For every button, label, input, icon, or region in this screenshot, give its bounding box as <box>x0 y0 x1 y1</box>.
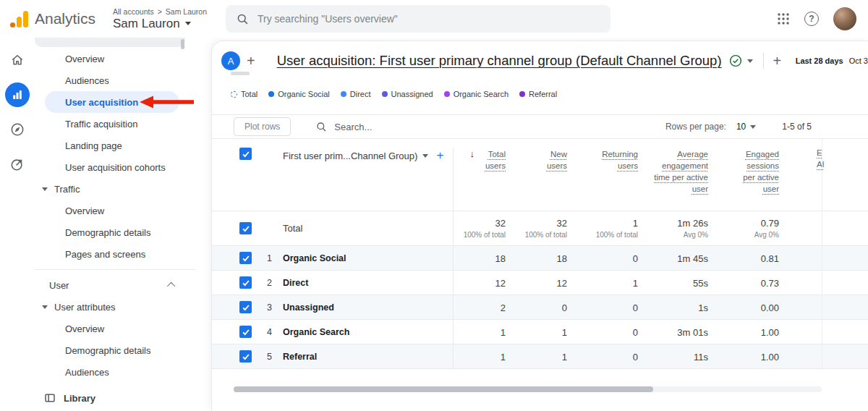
total-cell: 1m 26sAvg 0% <box>638 218 708 239</box>
column-header-engaged-sessions[interactable]: Engaged sessions per active user <box>708 148 779 195</box>
dimension-selector[interactable]: First user prim...Channel Group) <box>283 151 417 161</box>
table-total-row: Total 32100% of total 32100% of total 11… <box>212 211 868 246</box>
date-range-label: Last 28 days <box>796 56 843 65</box>
add-comparison-button[interactable]: + <box>247 53 255 69</box>
legend-item-total[interactable]: Total <box>231 90 258 98</box>
sort-descending-icon[interactable]: ↓ <box>470 148 475 160</box>
scrollbar-thumb[interactable] <box>234 386 653 392</box>
date-range-picker[interactable]: Last 28 days Oct 3 <box>788 56 868 65</box>
check-icon <box>242 303 250 312</box>
row-checkbox[interactable] <box>239 276 252 289</box>
nav-reports-button[interactable] <box>5 82 30 107</box>
chevron-up-icon[interactable] <box>167 282 175 290</box>
legend-item-direct[interactable]: Direct <box>341 90 371 98</box>
row-checkbox[interactable] <box>239 222 252 234</box>
sidebar-item-user-overview[interactable]: Overview <box>35 318 195 339</box>
sidebar-section-user[interactable]: User <box>35 274 195 296</box>
sidebar-scrollbar[interactable] <box>181 39 184 49</box>
cell: 3m 01s <box>638 326 708 339</box>
sidebar-item-user-acquisition[interactable]: User acquisition <box>45 91 179 113</box>
select-all-checkbox[interactable] <box>239 148 252 160</box>
account-dropdown-icon[interactable] <box>185 22 191 25</box>
comparison-chip[interactable]: A <box>221 51 240 70</box>
sidebar-item-user-audiences[interactable]: Audiences <box>35 361 195 383</box>
legend-item-organic-social[interactable]: Organic Social <box>268 90 330 98</box>
add-dimension-button[interactable]: + <box>436 148 443 163</box>
horizontal-scrollbar[interactable] <box>234 386 822 392</box>
row-metrics: 1 1 0 3m 01s 1.00 <box>453 320 779 344</box>
nav-advertising-button[interactable] <box>5 152 30 177</box>
global-search[interactable] <box>226 5 610 33</box>
rows-per-page-value[interactable]: 10 <box>736 122 746 132</box>
breadcrumb-root[interactable]: All accounts <box>113 7 154 16</box>
rows-per-page-dropdown-icon[interactable] <box>750 125 756 129</box>
plot-rows-button[interactable]: Plot rows <box>234 117 291 136</box>
check-icon <box>242 352 250 361</box>
total-label: Total <box>278 223 453 234</box>
date-range-start: Oct 3 <box>849 56 868 65</box>
sidebar-item-pages-and-screens[interactable]: Pages and screens <box>35 243 195 265</box>
sidebar-item-demographic-details[interactable]: Demographic details <box>35 221 195 243</box>
cell: 1 <box>454 350 506 363</box>
bar-chart-icon <box>12 89 23 101</box>
row-checkbox[interactable] <box>239 252 252 264</box>
sidebar-item-label: User acquisition <box>65 97 138 108</box>
sidebar-item-library[interactable]: Library <box>35 387 195 409</box>
help-glyph: ? <box>809 14 814 24</box>
user-avatar[interactable] <box>833 7 856 30</box>
sidebar-item-label: Audiences <box>65 367 109 378</box>
table-search-input[interactable] <box>334 122 414 132</box>
sidebar-item-traffic-acquisition[interactable]: Traffic acquisition <box>35 113 195 135</box>
row-checkbox[interactable] <box>239 301 252 313</box>
legend-item-referral[interactable]: Referral <box>519 90 557 98</box>
column-header-returning-users[interactable]: Returning users <box>567 148 638 171</box>
cell: 1s <box>638 301 708 314</box>
analytics-logo-icon[interactable] <box>10 10 28 27</box>
table-search[interactable] <box>315 121 414 132</box>
row-metrics: 2 0 0 1s 0.00 <box>453 295 779 319</box>
help-icon[interactable]: ? <box>804 12 819 26</box>
column-header-new-users[interactable]: New users <box>506 148 567 171</box>
sidebar-item-user-demographic-details[interactable]: Demographic details <box>35 339 195 361</box>
account-switcher[interactable]: All accounts > Sam Lauron Sam Lauron <box>113 7 207 31</box>
report-status-badge <box>729 54 742 67</box>
sidebar-item-traffic-overview[interactable]: Overview <box>35 200 195 221</box>
nav-explore-button[interactable] <box>5 117 30 142</box>
row-number: 2 <box>252 278 278 288</box>
global-search-input[interactable] <box>258 13 600 25</box>
row-checkbox[interactable] <box>239 326 252 338</box>
sidebar-item-user-acquisition-cohorts[interactable]: User acquisition cohorts <box>35 156 195 178</box>
sidebar-divider <box>35 269 195 270</box>
column-header-total-users[interactable]: ↓ Total users <box>454 148 506 171</box>
comparison-letter: A <box>228 56 234 67</box>
sidebar-item-overview[interactable]: Overview <box>35 48 195 69</box>
legend-label: Direct <box>350 90 371 98</box>
legend-dot-icon <box>382 91 388 97</box>
chevron-down-icon[interactable] <box>42 187 48 191</box>
sidebar-group-user-attributes[interactable]: User attributes <box>35 296 195 318</box>
legend-item-organic-search[interactable]: Organic Search <box>444 90 509 98</box>
chart-legend: Total Organic Social Direct Unassigned O… <box>231 86 861 102</box>
dimension-dropdown-icon[interactable] <box>422 154 428 158</box>
apps-grid-icon[interactable] <box>777 12 790 25</box>
legend-dot-icon <box>444 91 450 97</box>
column-header-truncated[interactable]: E Al <box>817 147 824 170</box>
library-icon <box>43 391 56 404</box>
customize-report-button[interactable]: + <box>773 53 782 69</box>
report-status-dropdown-icon[interactable] <box>747 59 753 63</box>
chevron-down-icon[interactable] <box>42 305 48 309</box>
sidebar-item-label: Demographic details <box>65 345 151 356</box>
row-checkbox[interactable] <box>239 350 252 363</box>
column-header-avg-engagement-time[interactable]: Average engagement time per active user <box>638 148 708 195</box>
sidebar-item-audiences[interactable]: Audiences <box>35 69 195 91</box>
cell: 1 <box>567 276 638 289</box>
total-cell: 1100% of total <box>567 218 638 239</box>
sidebar-scrolled-item <box>35 38 185 47</box>
sidebar-group-traffic[interactable]: Traffic <box>35 178 195 200</box>
sidebar-item-landing-page[interactable]: Landing page <box>35 135 195 156</box>
legend-item-unassigned[interactable]: Unassigned <box>382 90 433 98</box>
report-title[interactable]: User acquisition: First user primary cha… <box>277 53 722 69</box>
legend-dot-icon <box>341 91 346 97</box>
nav-home-button[interactable] <box>5 48 30 72</box>
column-label: E <box>817 147 824 158</box>
